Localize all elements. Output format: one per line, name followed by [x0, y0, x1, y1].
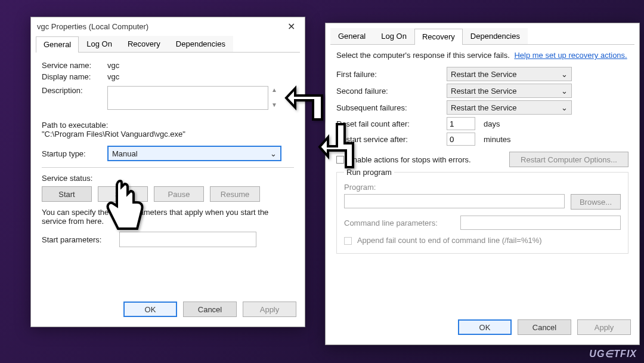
reset-fail-input[interactable] — [447, 117, 475, 130]
vgc-properties-dialog: vgc Properties (Local Computer) ✕ Genera… — [30, 17, 305, 327]
second-failure-value: Restart the Service — [451, 87, 517, 96]
restart-after-input[interactable] — [447, 133, 475, 146]
watermark: UG∈TFIX — [589, 348, 637, 359]
run-program-group: Run program Program: Browse... Command l… — [336, 172, 628, 254]
program-label: Program: — [344, 183, 621, 192]
run-program-title: Run program — [344, 168, 394, 177]
restart-after-label: Restart service after: — [336, 135, 447, 144]
tab-recovery[interactable]: Recovery — [120, 36, 168, 52]
cmd-params-label: Command line parameters: — [344, 219, 454, 227]
help-link[interactable]: Help me set up recovery actions. — [514, 51, 627, 60]
help-text: You can specify the start parameters tha… — [42, 208, 294, 226]
resume-button[interactable]: Resume — [210, 186, 260, 202]
service-name-value: vgc — [107, 61, 294, 70]
browse-button[interactable]: Browse... — [571, 194, 621, 210]
append-checkbox — [344, 237, 352, 245]
ok-button[interactable]: OK — [123, 302, 177, 317]
startup-type-value: Manual — [112, 149, 138, 158]
subsequent-failures-label: Subsequent failures: — [336, 103, 447, 112]
cancel-button-r[interactable]: Cancel — [518, 319, 571, 335]
service-status-label: Service status: — [42, 174, 107, 183]
path-label: Path to executable: — [42, 121, 294, 130]
enable-actions-checkbox[interactable] — [336, 156, 344, 164]
tab-strip-right: General Log On Recovery Dependencies — [330, 28, 634, 45]
second-failure-label: Second failure: — [336, 87, 447, 96]
path-value: "C:\Program Files\Riot Vanguard\vgc.exe" — [42, 130, 294, 139]
program-input — [344, 194, 565, 208]
append-label: Append fail count to end of command line… — [357, 236, 542, 245]
description-label: Description: — [42, 86, 107, 95]
apply-button[interactable]: Apply — [243, 302, 296, 317]
dialog-title: vgc Properties (Local Computer) — [37, 22, 148, 31]
ok-button-r[interactable]: OK — [458, 319, 512, 335]
tab-general-r[interactable]: General — [330, 28, 373, 44]
scroll-icons: ▲▼ — [271, 87, 277, 108]
start-params-label: Start parameters: — [42, 235, 119, 244]
separator — [42, 167, 294, 168]
startup-type-select[interactable]: Manual ⌄ — [107, 146, 281, 161]
recovery-tab-body: Select the computer's response if this s… — [326, 45, 639, 257]
enable-actions-label: Enable actions for stops with errors. — [348, 155, 471, 164]
close-icon[interactable]: ✕ — [284, 21, 299, 32]
vgc-properties-recovery-dialog: General Log On Recovery Dependencies Sel… — [325, 23, 640, 345]
cancel-button[interactable]: Cancel — [183, 302, 237, 317]
recovery-intro: Select the computer's response if this s… — [336, 51, 510, 60]
restart-computer-options-button[interactable]: Restart Computer Options... — [509, 152, 628, 167]
tab-dependencies-r[interactable]: Dependencies — [463, 28, 528, 44]
chevron-down-icon: ⌄ — [561, 103, 568, 112]
tab-general[interactable]: General — [36, 36, 79, 53]
start-params-input[interactable] — [119, 232, 256, 247]
left-footer: OK Cancel Apply — [115, 296, 305, 323]
display-name-label: Display name: — [42, 72, 107, 81]
restart-after-unit: minutes — [484, 135, 511, 144]
tab-recovery-r[interactable]: Recovery — [414, 29, 463, 45]
stop-button[interactable]: Stop — [98, 186, 148, 202]
tab-strip: General Log On Recovery Dependencies — [36, 36, 300, 53]
tab-logon[interactable]: Log On — [79, 36, 120, 52]
chevron-down-icon: ⌄ — [561, 70, 568, 79]
pause-button[interactable]: Pause — [154, 186, 204, 202]
general-tab-body: Service name: vgc Display name: vgc Desc… — [31, 53, 305, 253]
subsequent-failures-value: Restart the Service — [451, 103, 517, 112]
service-name-label: Service name: — [42, 61, 107, 70]
description-field[interactable]: ▲▼ — [107, 86, 268, 110]
cmd-params-input — [460, 216, 621, 230]
tab-logon-r[interactable]: Log On — [373, 28, 414, 44]
first-failure-value: Restart the Service — [451, 70, 517, 79]
first-failure-label: First failure: — [336, 70, 447, 79]
display-name-value: vgc — [107, 72, 294, 81]
titlebar: vgc Properties (Local Computer) ✕ — [31, 17, 305, 36]
chevron-down-icon: ⌄ — [270, 149, 277, 158]
reset-fail-label: Reset fail count after: — [336, 119, 447, 128]
start-button[interactable]: Start — [42, 186, 92, 202]
right-footer: OK Cancel Apply — [450, 313, 639, 341]
first-failure-combo[interactable]: Restart the Service⌄ — [447, 67, 572, 81]
tab-dependencies[interactable]: Dependencies — [168, 36, 233, 52]
reset-fail-unit: days — [484, 119, 500, 128]
apply-button-r[interactable]: Apply — [577, 319, 631, 335]
chevron-down-icon: ⌄ — [561, 87, 568, 96]
startup-type-label: Startup type: — [42, 149, 107, 158]
second-failure-combo[interactable]: Restart the Service⌄ — [447, 84, 572, 98]
subsequent-failures-combo[interactable]: Restart the Service⌄ — [447, 100, 572, 115]
